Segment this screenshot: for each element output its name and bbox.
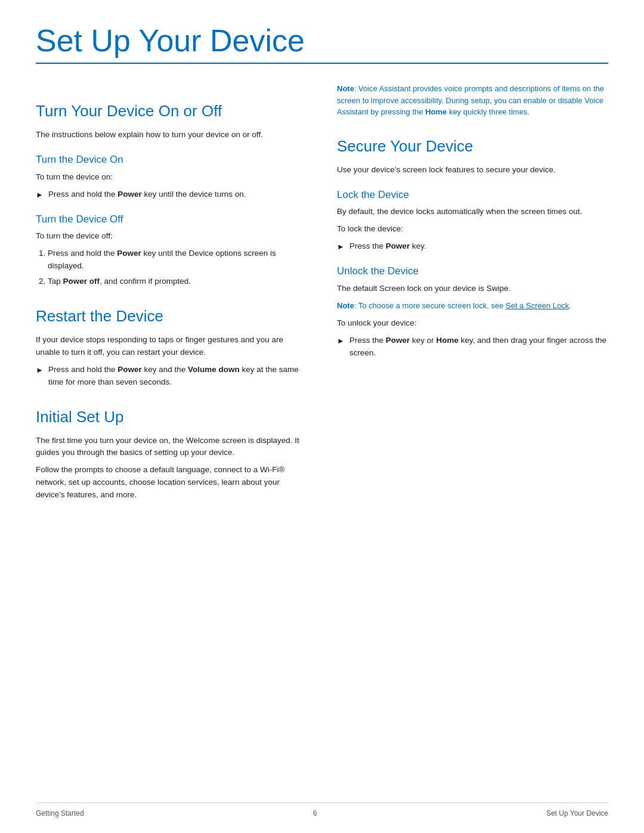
initial-setup-para2: Follow the prompts to choose a default l… xyxy=(36,464,307,501)
left-column: Turn Your Device On or Off The instructi… xyxy=(36,83,307,506)
restart-bullet-1: ► Press and hold the Power key and the V… xyxy=(36,364,307,389)
title-divider xyxy=(36,63,608,64)
section-heading-turn-on-off: Turn Your Device On or Off xyxy=(36,100,307,123)
section-heading-initial-setup: Initial Set Up xyxy=(36,405,307,429)
arrow-icon-4: ► xyxy=(337,335,345,347)
turn-off-step-2: Tap Power off, and confirm if prompted. xyxy=(48,275,307,288)
turn-on-off-intro: The instructions below explain how to tu… xyxy=(36,129,307,141)
lock-bullet-text-1: Press the Power key. xyxy=(349,240,608,253)
footer-left: Getting Started xyxy=(36,808,84,819)
initial-setup-para1: The first time you turn your device on, … xyxy=(36,435,307,460)
note-label: Note xyxy=(337,84,354,93)
arrow-icon-3: ► xyxy=(337,241,345,253)
unlock-bullet-text-1: Press the Power key or Home key, and the… xyxy=(349,335,608,360)
restart-intro: If your device stops responding to taps … xyxy=(36,334,307,359)
turn-on-bullet-text-1: Press and hold the Power key until the d… xyxy=(48,188,307,201)
footer-right: Set Up Your Device xyxy=(546,808,608,819)
turn-off-step-1: Press and hold the Power key until the D… xyxy=(48,247,307,272)
sub-heading-turn-off: Turn the Device Off xyxy=(36,212,307,227)
turn-on-bullet-1: ► Press and hold the Power key until the… xyxy=(36,188,307,201)
arrow-icon-1: ► xyxy=(36,189,44,201)
unlock-step-intro: To unlock your device: xyxy=(337,317,608,330)
section-heading-restart: Restart the Device xyxy=(36,305,307,328)
set-screen-lock-link[interactable]: Set a Screen Lock xyxy=(506,301,569,310)
secure-intro: Use your device’s screen lock features t… xyxy=(337,164,608,176)
lock-intro: By default, the device locks automatical… xyxy=(337,206,608,218)
page-footer: Getting Started 6 Set Up Your Device xyxy=(36,803,608,819)
two-column-layout: Turn Your Device On or Off The instructi… xyxy=(36,83,608,506)
lock-step-intro: To lock the device: xyxy=(337,223,608,236)
unlock-note-label: Note xyxy=(337,301,354,310)
sub-heading-lock: Lock the Device xyxy=(337,187,608,203)
right-column: Note: Voice Assistant provides voice pro… xyxy=(337,83,608,506)
page-wrapper: Set Up Your Device Turn Your Device On o… xyxy=(0,0,644,833)
note-body: : Voice Assistant provides voice prompts… xyxy=(337,84,604,116)
unlock-note-body: : To choose a more secure screen lock, s… xyxy=(354,301,506,310)
restart-bullet-text-1: Press and hold the Power key and the Vol… xyxy=(48,364,307,389)
sub-heading-turn-on: Turn the Device On xyxy=(36,152,307,168)
section-heading-secure: Secure Your Device xyxy=(337,135,608,158)
arrow-icon-2: ► xyxy=(36,364,44,376)
turn-off-steps: Press and hold the Power key until the D… xyxy=(36,247,307,288)
footer-page-number: 6 xyxy=(313,808,317,819)
unlock-note: Note: To choose a more secure screen loc… xyxy=(337,300,608,312)
turn-off-step-intro: To turn the device off: xyxy=(36,230,307,243)
unlock-note-end: . xyxy=(569,301,571,310)
unlock-bullet-1: ► Press the Power key or Home key, and t… xyxy=(337,335,608,360)
page-title: Set Up Your Device xyxy=(36,24,608,58)
voice-assistant-note: Note: Voice Assistant provides voice pro… xyxy=(337,83,608,118)
sub-heading-unlock: Unlock the Device xyxy=(337,264,608,279)
unlock-intro: The default Screen lock on your device i… xyxy=(337,283,608,295)
lock-bullet-1: ► Press the Power key. xyxy=(337,240,608,253)
turn-on-step-intro: To turn the device on: xyxy=(36,171,307,184)
